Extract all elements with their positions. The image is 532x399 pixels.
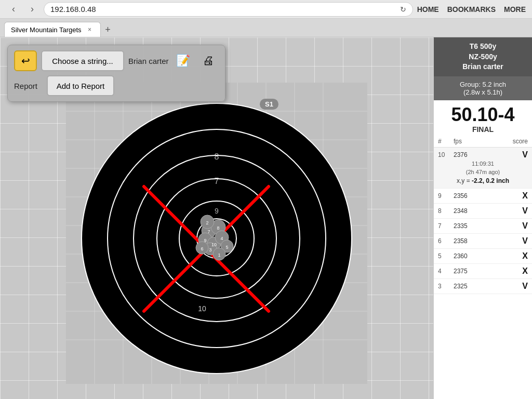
address-text: 192.168.0.48	[50, 5, 396, 14]
col-fps-header: fps	[454, 138, 491, 145]
shot-row-4[interactable]: 4 2375 X	[434, 264, 532, 279]
panel-title-line3: Brian carter	[439, 62, 527, 72]
shot-7-fps: 2335	[454, 222, 491, 230]
panel-score: 50.10-4 FINAL	[434, 100, 532, 136]
target-svg: 7 8 9 10 7	[66, 83, 367, 384]
tab-close-button[interactable]: ×	[86, 25, 94, 34]
highlighted-shot-fps: 2376	[454, 151, 491, 158]
shot-9-fps: 2356	[454, 192, 491, 200]
new-tab-button[interactable]: +	[101, 22, 115, 37]
svg-text:7: 7	[207, 229, 210, 234]
shot-9-num: 9	[438, 192, 454, 200]
xy-value: -2.2, 0.2 inch	[472, 177, 509, 184]
highlighted-shot-xy: x,y = -2.2, 0.2 inch	[438, 176, 528, 185]
print-button[interactable]: 🖨	[198, 50, 219, 71]
group-size: Group: 5.2 inch	[439, 81, 527, 88]
svg-text:10: 10	[211, 242, 217, 247]
target-container: 7 8 9 10 7	[66, 83, 367, 384]
add-to-report-button[interactable]: Add to Report	[47, 75, 114, 96]
svg-text:7: 7	[215, 177, 219, 185]
shot-row-6[interactable]: 6 2358 V	[434, 234, 532, 249]
shot-6-score: V	[491, 236, 528, 246]
toolbar-row1: ↩ Choose a string... Brian carter 📝 🖨	[14, 50, 219, 71]
forward-button[interactable]: ›	[25, 2, 39, 17]
shot-5-score: X	[491, 251, 528, 261]
highlighted-shot-ago: (2h 47m ago)	[438, 168, 528, 176]
print-icon: 🖨	[203, 54, 214, 68]
svg-text:8: 8	[215, 152, 219, 161]
shot-7-score: V	[491, 221, 528, 231]
svg-text:1: 1	[218, 252, 220, 258]
shot-row-8[interactable]: 8 2348 V	[434, 204, 532, 219]
svg-text:8: 8	[217, 225, 219, 231]
shot-6-fps: 2358	[454, 237, 491, 245]
group-dimensions: (2.8w x 5.1h)	[439, 88, 527, 96]
shot-4-num: 4	[438, 268, 454, 275]
content-area: ↩ Choose a string... Brian carter 📝 🖨 Re…	[0, 37, 532, 399]
svg-text:5: 5	[225, 245, 228, 250]
session-badge: S1	[260, 99, 278, 110]
tab-label: Silver Mountain Targets	[11, 26, 82, 34]
shot-9-score: X	[491, 191, 528, 201]
highlighted-shot-num: 10	[438, 151, 454, 158]
shot-row-3[interactable]: 3 2325 V	[434, 279, 532, 294]
right-panel: T6 500y NZ-500y Brian carter Group: 5.2 …	[433, 37, 532, 399]
shot-3-score: V	[491, 282, 528, 291]
col-num-header: #	[438, 138, 454, 145]
svg-text:3: 3	[209, 247, 211, 252]
shot-8-score: V	[491, 206, 528, 216]
shot-8-num: 8	[438, 207, 454, 215]
back-button[interactable]: ‹	[6, 2, 21, 17]
shot-7-num: 7	[438, 222, 454, 230]
address-bar[interactable]: 192.168.0.48 ↻	[44, 2, 413, 17]
shot-row-5[interactable]: 5 2360 X	[434, 249, 532, 264]
panel-title-line2: NZ-500y	[439, 52, 527, 62]
highlighted-shot-score: V	[491, 150, 528, 159]
choose-string-button[interactable]: Choose a string...	[41, 50, 124, 71]
highlighted-shot-row[interactable]: 10 2376 V 11:09:31 (2h 47m ago) x,y = -2…	[434, 148, 532, 189]
svg-text:4: 4	[220, 236, 223, 241]
tab-bar: Silver Mountain Targets × +	[0, 19, 532, 37]
back-arrow-icon: ↩	[21, 55, 30, 67]
score-value: 50.10-4	[439, 105, 527, 124]
shot-row-7[interactable]: 7 2335 V	[434, 219, 532, 234]
tab-silver-mountain[interactable]: Silver Mountain Targets ×	[4, 22, 101, 37]
browser-titlebar: ‹ › 192.168.0.48 ↻ HOME BOOKMARKS MORE	[0, 0, 532, 19]
svg-text:9: 9	[204, 238, 206, 243]
panel-header: T6 500y NZ-500y Brian carter	[434, 37, 532, 76]
shot-4-fps: 2375	[454, 268, 491, 275]
shot-6-num: 6	[438, 237, 454, 245]
user-label: Brian carter	[128, 57, 169, 65]
shot-5-num: 5	[438, 252, 454, 260]
panel-title-line1: T6 500y	[439, 42, 527, 52]
svg-text:6: 6	[201, 246, 203, 251]
svg-text:10: 10	[198, 304, 206, 313]
panel-table-header: # fps score	[434, 136, 532, 148]
home-link[interactable]: HOME	[417, 5, 439, 14]
back-arrow-button[interactable]: ↩	[14, 50, 37, 71]
highlighted-shot-timestamp: 11:09:31	[438, 159, 528, 168]
shot-3-fps: 2325	[454, 283, 491, 290]
target-area: ↩ Choose a string... Brian carter 📝 🖨 Re…	[0, 37, 433, 399]
shot-row-9[interactable]: 9 2356 X	[434, 189, 532, 204]
svg-text:2: 2	[206, 220, 208, 225]
edit-button[interactable]: 📝	[173, 50, 194, 71]
panel-group-info: Group: 5.2 inch (2.8w x 5.1h)	[434, 76, 532, 100]
score-final-label: FINAL	[439, 125, 527, 134]
reload-button[interactable]: ↻	[400, 5, 406, 14]
nav-links: HOME BOOKMARKS MORE	[417, 5, 526, 14]
svg-text:9: 9	[215, 207, 219, 215]
report-label: Report	[14, 82, 43, 90]
more-link[interactable]: MORE	[504, 5, 526, 14]
shot-8-fps: 2348	[454, 207, 491, 215]
edit-icon: 📝	[176, 54, 190, 68]
toolbar-overlay: ↩ Choose a string... Brian carter 📝 🖨 Re…	[7, 45, 225, 102]
shot-3-num: 3	[438, 283, 454, 290]
col-score-header: score	[491, 138, 528, 145]
shot-5-fps: 2360	[454, 252, 491, 260]
bookmarks-link[interactable]: BOOKMARKS	[447, 5, 496, 14]
shot-4-score: X	[491, 267, 528, 276]
toolbar-row2: Report Add to Report	[14, 75, 219, 96]
